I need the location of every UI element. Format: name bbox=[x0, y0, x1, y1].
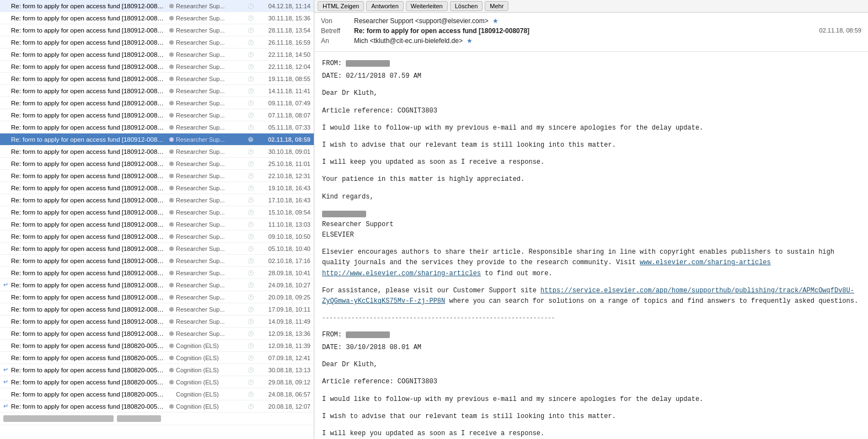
email-row[interactable]: Re: form to apply for open access fund [… bbox=[0, 267, 314, 279]
email-date: 17.09.18, 10:11 bbox=[255, 306, 310, 313]
email-date: 26.11.18, 16:59 bbox=[255, 39, 310, 46]
email-row[interactable]: Re: form to apply for open access fund [… bbox=[0, 328, 314, 340]
signature-line1: Researcher Support bbox=[322, 220, 860, 230]
email-sender: Cognition (ELS) bbox=[176, 355, 248, 361]
email-subject: Re: form to apply for open access fund [… bbox=[11, 355, 167, 361]
email-status-dot bbox=[169, 271, 174, 275]
email-sender: Cognition (ELS) bbox=[176, 391, 248, 398]
email-attachment-icon: 🕐 bbox=[248, 258, 255, 264]
email-status-dot bbox=[169, 65, 174, 69]
reply-arrow-icon: ↵ bbox=[3, 378, 11, 386]
email-row[interactable]: Re: form to apply for open access fund [… bbox=[0, 49, 314, 61]
email-date: 24.09.18, 10:27 bbox=[255, 282, 310, 288]
email-date: 14.11.18, 11:41 bbox=[255, 88, 310, 94]
email-attachment-icon: 🕐 bbox=[248, 404, 255, 409]
email-row[interactable]: Re: form to apply for open access fund [… bbox=[0, 388, 314, 400]
email-sender: Researcher Sup... bbox=[176, 318, 248, 325]
email-date: 28.09.18, 10:41 bbox=[255, 270, 310, 276]
email-date: 02.11.18, 08:59 bbox=[819, 27, 861, 35]
email-attachment-icon: 🕐 bbox=[248, 282, 255, 288]
email-date: 15.10.18, 09:54 bbox=[255, 209, 310, 216]
email-row[interactable]: Re: form to apply for open access fund [… bbox=[0, 158, 314, 170]
email-row[interactable]: Re: form to apply for open access fund [… bbox=[0, 73, 314, 85]
email-row[interactable]: Re: form to apply for open access fund [… bbox=[0, 85, 314, 97]
email-row[interactable]: Re: form to apply for open access fund [… bbox=[0, 133, 314, 146]
email-subject: Re: form to apply for open access fund [… bbox=[11, 15, 167, 22]
email-row[interactable]: Re: form to apply for open access fund [… bbox=[0, 231, 314, 243]
email-sender: Researcher Sup... bbox=[176, 233, 248, 240]
email-status-dot bbox=[169, 113, 174, 117]
email-subject: Re: form to apply for open access fund [… bbox=[11, 282, 167, 288]
email-row[interactable]: Re: form to apply for open access fund [… bbox=[0, 303, 314, 315]
redacted-bar bbox=[3, 415, 114, 422]
body-para5: Your patience in this matter is highly a… bbox=[322, 174, 860, 185]
email-subject: Re: form to apply for open access fund [… bbox=[11, 258, 167, 264]
sender-name-redacted2 bbox=[346, 331, 390, 338]
email-row[interactable]: Re: form to apply for open access fund [… bbox=[0, 182, 314, 194]
email-row[interactable]: Re: form to apply for open access fund [… bbox=[0, 170, 314, 182]
email-date: 07.11.18, 08:07 bbox=[255, 112, 310, 119]
email-row[interactable]: ↵Re: form to apply for open access fund … bbox=[0, 364, 314, 376]
email-row[interactable]: Re: form to apply for open access fund [… bbox=[0, 340, 314, 352]
email-row[interactable]: Re: form to apply for open access fund [… bbox=[0, 206, 314, 218]
sharing-link1[interactable]: www.elsevier.com/sharing-articles bbox=[640, 259, 771, 266]
sharing-link2[interactable]: http://www.elsevier.com/sharing-articles bbox=[322, 270, 481, 277]
email-row[interactable]: Re: form to apply for open access fund [… bbox=[0, 61, 314, 73]
email-attachment-icon: 🕐 bbox=[248, 137, 255, 142]
email-sender: Researcher Sup... bbox=[176, 294, 248, 301]
email-row[interactable]: Re: form to apply for open access fund [… bbox=[0, 146, 314, 158]
delete-button[interactable]: Löschen bbox=[450, 1, 483, 11]
email-attachment-icon: 🕐 bbox=[248, 222, 255, 227]
body-article-ref: Article reference: COGNIT3803 bbox=[322, 106, 860, 116]
body-from-block2: FROM: bbox=[322, 330, 860, 340]
email-subject: Re: form to apply for open access fund [… bbox=[11, 100, 167, 106]
email-row[interactable]: Re: form to apply for open access fund [… bbox=[0, 36, 314, 49]
body-para2-4: I will keep you updated as soon as I rec… bbox=[322, 429, 860, 439]
email-row[interactable]: Re: form to apply for open access fund [… bbox=[0, 218, 314, 231]
email-sender: Researcher Sup... bbox=[176, 63, 248, 70]
email-row[interactable]: Re: form to apply for open access fund [… bbox=[0, 97, 314, 109]
email-row[interactable]: ↵Re: form to apply for open access fund … bbox=[0, 400, 314, 413]
body-para3: I wish to advise that our relevant team … bbox=[322, 140, 860, 151]
email-sender: Researcher Sup... bbox=[176, 306, 248, 313]
email-status-dot bbox=[169, 162, 174, 166]
email-row[interactable]: Re: form to apply for open access fund [… bbox=[0, 109, 314, 121]
email-date: 22.11.18, 14:50 bbox=[255, 51, 310, 58]
email-status-dot bbox=[169, 125, 174, 130]
email-subject: Re: form to apply for open access fund [… bbox=[11, 233, 167, 240]
email-row[interactable]: ↵Re: form to apply for open access fund … bbox=[0, 279, 314, 291]
email-attachment-icon: 🕐 bbox=[248, 343, 255, 349]
email-row[interactable]: Re: form to apply for open access fund [… bbox=[0, 0, 314, 12]
email-sender: Researcher Sup... bbox=[176, 245, 248, 252]
email-row[interactable]: Re: form to apply for open access fund [… bbox=[0, 255, 314, 267]
html-button[interactable]: HTML Zeigen bbox=[318, 1, 364, 11]
more-button[interactable]: Mehr bbox=[485, 1, 508, 11]
email-row[interactable]: Re: form to apply for open access fund [… bbox=[0, 194, 314, 206]
email-row[interactable]: Re: form to apply for open access fund [… bbox=[0, 291, 314, 303]
email-row[interactable]: Re: form to apply for open access fund [… bbox=[0, 352, 314, 364]
email-row[interactable]: Re: form to apply for open access fund [… bbox=[0, 315, 314, 328]
email-subject: Re: form to apply for open access fund [… bbox=[11, 63, 167, 70]
email-attachment-icon: 🕐 bbox=[248, 161, 255, 167]
email-row[interactable]: Re: form to apply for open access fund [… bbox=[0, 243, 314, 255]
email-row-redacted[interactable] bbox=[0, 413, 314, 425]
email-date: 04.12.18, 11:14 bbox=[255, 3, 310, 9]
email-row[interactable]: Re: form to apply for open access fund [… bbox=[0, 121, 314, 133]
email-row[interactable]: Re: form to apply for open access fund [… bbox=[0, 24, 314, 36]
email-status-dot bbox=[169, 28, 174, 33]
email-status-dot bbox=[169, 149, 174, 154]
forward-button[interactable]: Weiterleiten bbox=[406, 1, 448, 11]
to-star-icon[interactable]: ★ bbox=[467, 37, 473, 45]
email-attachment-icon: 🕐 bbox=[248, 64, 255, 69]
email-row[interactable]: Re: form to apply for open access fund [… bbox=[0, 12, 314, 24]
reply-arrow-icon: ↵ bbox=[3, 403, 11, 410]
email-subject: Re: form to apply for open access fund [… bbox=[11, 112, 167, 119]
email-sender: Researcher Sup... bbox=[176, 3, 248, 9]
email-row[interactable]: ↵Re: form to apply for open access fund … bbox=[0, 376, 314, 388]
email-date: 17.10.18, 16:43 bbox=[255, 197, 310, 204]
email-status-dot bbox=[169, 40, 174, 45]
reply-button[interactable]: Antworten bbox=[366, 1, 404, 11]
signature-name-redacted bbox=[322, 209, 860, 220]
star-icon[interactable]: ★ bbox=[492, 17, 499, 25]
email-attachment-icon: 🕐 bbox=[248, 76, 255, 82]
